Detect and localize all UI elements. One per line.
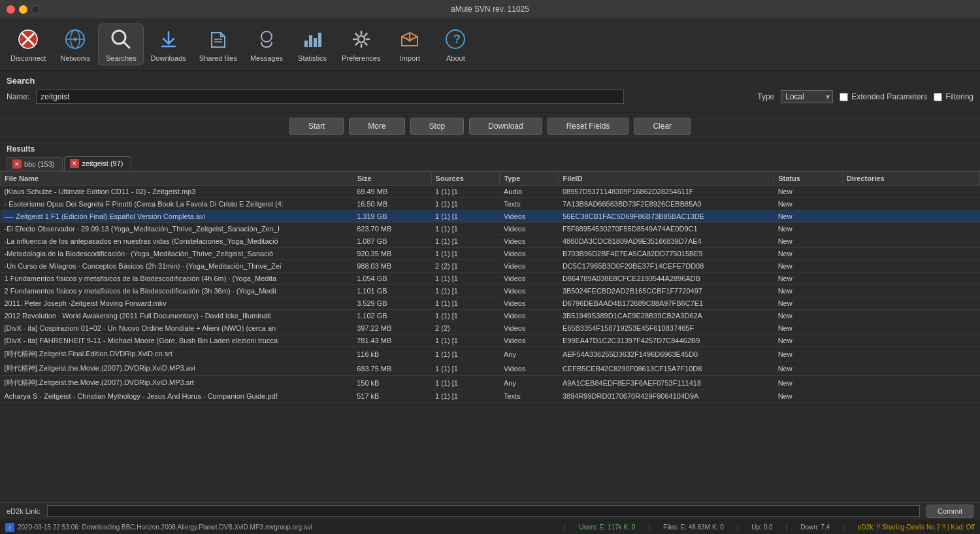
cell-type: Videos [500, 361, 559, 376]
toolbar-btn-shared-files[interactable]: Shared files [193, 24, 244, 65]
col-header-fileid[interactable]: FileID [559, 172, 774, 186]
table-row[interactable]: Acharya S - Zeitgeist - Christian Mythol… [1, 390, 980, 403]
results-label: Results [0, 141, 980, 155]
cell-status: New [774, 210, 843, 223]
cell-filename: -Un Curso de Milagros · Conceptos Básico… [1, 260, 353, 273]
start-button[interactable]: Start [289, 118, 344, 135]
cell-status: New [774, 235, 843, 248]
cell-type: Videos [500, 260, 559, 273]
status-ed2k: eD2k: !! Sharing-Devils No.2 !! | Kad: O… [858, 524, 975, 531]
cell-status: New [774, 260, 843, 273]
cell-size: 517 kB [353, 390, 431, 403]
cell-size: 69.49 MB [353, 186, 431, 198]
toolbar-btn-messages[interactable]: Messages [244, 24, 289, 65]
cell-dirs [843, 223, 980, 235]
maximize-button[interactable] [31, 5, 40, 14]
close-button[interactable] [7, 5, 15, 14]
status-down: Down: 7.4 [800, 524, 830, 531]
tab-close-icon-zeitgeist[interactable]: ✕ [70, 159, 79, 168]
svg-point-16 [358, 36, 365, 42]
table-row[interactable]: [時代精神].Zeitgeist.Final.Edition.DVDRip.Xv… [1, 347, 980, 361]
table-row[interactable]: [DivX - ita] FAHRENHEIT 9-11 - Michael M… [1, 335, 980, 347]
table-row[interactable]: -El Efecto Observador · 29.09.13 (Yoga_M… [1, 223, 980, 235]
disconnect-icon [16, 27, 41, 52]
searches-label: Searches [106, 54, 136, 62]
col-header-filename[interactable]: File Name [1, 172, 353, 186]
cell-status: New [774, 186, 843, 198]
col-header-directories[interactable]: Directories [843, 172, 980, 186]
cell-size: 1.102 GB [353, 310, 431, 322]
tab-bbc[interactable]: ✕bbc (153) [7, 157, 63, 171]
col-header-status[interactable]: Status [774, 172, 843, 186]
toolbar-btn-import[interactable]: Import [387, 24, 433, 65]
table-row[interactable]: -Metodologia de la Biodescodificación · … [1, 248, 980, 260]
disconnect-label: Disconnect [10, 54, 46, 62]
reset-fields-button[interactable]: Reset Fields [547, 118, 629, 135]
cell-sources: 2 (2) [431, 322, 500, 335]
cell-fileid: 3B51949S389D1CAE9E28B39CB2A3D62A [559, 310, 774, 322]
status-log: i 2020-03-15 22:53:06: Downloading BBC.H… [5, 523, 551, 532]
cell-filename: 2012 Revolution · World Awakening (2011 … [1, 310, 353, 322]
cell-filename: [時代精神].Zeitgeist.the.Movie.(2007).DVDRip… [1, 376, 353, 390]
type-select[interactable]: Local Global Kad [781, 90, 833, 103]
col-header-type[interactable]: Type [500, 172, 559, 186]
cell-filename: 2011. Peter Joseph ·Zeitgeist Moving For… [1, 297, 353, 310]
search-input[interactable] [36, 90, 624, 104]
toolbar-btn-about[interactable]: ?About [433, 24, 478, 65]
cell-size: 693.75 MB [353, 361, 431, 376]
minimize-button[interactable] [19, 5, 27, 14]
toolbar-btn-statistics[interactable]: Statistics [289, 24, 335, 65]
commit-button[interactable]: Commit [926, 505, 973, 518]
cell-fileid: F5F68954530270F55D8549A74AE0D9C1 [559, 223, 774, 235]
stop-button[interactable]: Stop [410, 118, 465, 135]
table-row[interactable]: -Un Curso de Milagros · Conceptos Básico… [1, 260, 980, 273]
toolbar-btn-disconnect[interactable]: Disconnect [4, 24, 52, 65]
bottom-bar: eD2k Link: Commit [0, 502, 980, 520]
cell-fileid: DC5C17965B3D0F20BE37F14CEFE7DD08 [559, 260, 774, 273]
filtering-checkbox[interactable] [934, 93, 942, 101]
statistics-label: Statistics [298, 54, 327, 62]
status-files: Files: E: 48.63M K: 0 [663, 524, 724, 531]
table-row[interactable]: - Esoterismo Opus Dei Segreta F Pinotti … [1, 198, 980, 210]
col-header-sources[interactable]: Sources [431, 172, 500, 186]
cell-filename: (Klaus Schulze - Ultimate Edition CD11 -… [1, 186, 353, 198]
toolbar-btn-preferences[interactable]: Preferences [335, 24, 387, 65]
clear-button[interactable]: Clear [634, 118, 691, 135]
cell-type: Videos [500, 210, 559, 223]
cell-sources: 1 (1) [1 [431, 235, 500, 248]
table-row[interactable]: 2012 Revolution · World Awakening (2011 … [1, 310, 980, 322]
extended-parameters-checkbox[interactable] [840, 93, 848, 101]
statistics-icon [300, 27, 325, 52]
cell-filename: -Metodologia de la Biodescodificación · … [1, 248, 353, 260]
table-row[interactable]: 1 Fundamentos físicos y metafísicos de l… [1, 273, 980, 285]
cell-type: Any [500, 376, 559, 390]
window-controls[interactable] [7, 5, 40, 14]
tab-close-icon-bbc[interactable]: ✕ [12, 159, 22, 169]
results-table-wrap[interactable]: File Name Size Sources Type FileID Statu… [0, 171, 980, 502]
cell-filename: Acharya S - Zeitgeist - Christian Mythol… [1, 390, 353, 403]
table-row[interactable]: ---- Zeitgeist 1 F1 (Edición Final) Espa… [1, 210, 980, 223]
cell-sources: 1 (1) [1 [431, 390, 500, 403]
svg-rect-12 [304, 41, 308, 47]
table-row[interactable]: (Klaus Schulze - Ultimate Edition CD11 -… [1, 186, 980, 198]
table-row[interactable]: [時代精神].Zeitgeist.the.Movie.(2007).DVDRip… [1, 361, 980, 376]
tab-zeitgeist[interactable]: ✕zeitgeist (97) [64, 156, 131, 171]
table-row[interactable]: 2 Fundamentos físicos y metafísicos de l… [1, 285, 980, 297]
cell-size: 150 kB [353, 376, 431, 390]
table-row[interactable]: [時代精神].Zeitgeist.the.Movie.(2007).DVDRip… [1, 376, 980, 390]
table-row[interactable]: 2011. Peter Joseph ·Zeitgeist Moving For… [1, 297, 980, 310]
toolbar-btn-networks[interactable]: Networks [52, 24, 98, 65]
table-row[interactable]: [DivX - ita] Cospirazioni 01+02 - Un Nuo… [1, 322, 980, 335]
cell-filename: [時代精神].Zeitgeist.Final.Edition.DVDRip.Xv… [1, 347, 353, 361]
more-button[interactable]: More [349, 118, 404, 135]
cell-dirs [843, 347, 980, 361]
ed2k-label: eD2k Link: [7, 507, 41, 515]
table-row[interactable]: -La influencia de los antepasados en nue… [1, 235, 980, 248]
cell-filename: [時代精神].Zeitgeist.the.Movie.(2007).DVDRip… [1, 361, 353, 376]
ed2k-input[interactable] [47, 505, 920, 517]
download-button[interactable]: Download [469, 118, 542, 135]
svg-point-6 [74, 37, 77, 41]
col-header-size[interactable]: Size [353, 172, 431, 186]
toolbar-btn-searches[interactable]: Searches [98, 24, 144, 65]
toolbar-btn-downloads[interactable]: Downloads [144, 24, 192, 65]
